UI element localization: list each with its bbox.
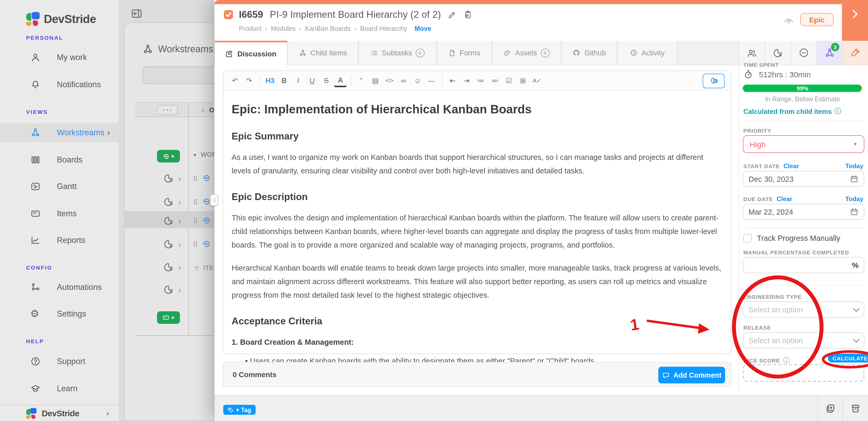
panel-resize-handle[interactable] bbox=[210, 194, 218, 206]
sidebar-item-my-work[interactable]: My work bbox=[0, 48, 118, 67]
caret-down-icon[interactable]: ▾ bbox=[193, 152, 196, 158]
inline-code-button[interactable]: </> bbox=[383, 74, 396, 87]
progress-cell[interactable]: › bbox=[163, 196, 181, 207]
drag-handle-icon[interactable] bbox=[191, 198, 199, 205]
side-panel-toggle[interactable] bbox=[842, 0, 868, 42]
underline-button[interactable]: U bbox=[306, 74, 319, 87]
bold-button[interactable]: B bbox=[278, 74, 290, 87]
duplicate-item-button[interactable] bbox=[817, 396, 842, 421]
engineering-type-select[interactable]: Select an option bbox=[743, 301, 864, 317]
sidebar-footer[interactable]: DevStride › bbox=[0, 405, 118, 421]
bullet-list-button[interactable]: ≕ bbox=[488, 74, 501, 87]
sidebar-item-gantt[interactable]: Gantt bbox=[0, 177, 118, 196]
collapse-sidebar-icon[interactable] bbox=[130, 7, 143, 20]
info-icon[interactable]: ⓘ bbox=[783, 356, 790, 365]
workstream-row-selected[interactable]: C bbox=[191, 216, 214, 225]
item-title[interactable]: PI-9 Implement Board Hierarchy (2 of 2) bbox=[270, 9, 441, 20]
chevron-right-icon[interactable]: › bbox=[107, 128, 110, 138]
workstream-row[interactable]: C bbox=[191, 174, 214, 182]
release-select[interactable]: Select an option bbox=[743, 332, 864, 348]
document-body[interactable]: Epic: Implementation of Hierarchical Kan… bbox=[231, 96, 724, 368]
spellcheck-button[interactable]: A✓ bbox=[530, 74, 544, 87]
due-date-clear-link[interactable]: Clear bbox=[777, 195, 793, 203]
redo-button[interactable]: ↷ bbox=[243, 74, 256, 87]
progress-cell[interactable]: › bbox=[163, 239, 181, 250]
blockquote-button[interactable]: ” bbox=[355, 74, 368, 87]
move-link[interactable]: Move bbox=[415, 25, 431, 32]
code-block-button[interactable]: ▤ bbox=[369, 74, 382, 87]
add-tag-button[interactable]: + Tag bbox=[223, 405, 255, 415]
progress-cell[interactable]: › bbox=[163, 284, 181, 295]
hierarchy-tab-active[interactable]: 3 bbox=[816, 41, 842, 65]
breadcrumb-item[interactable]: KanBan Boards bbox=[305, 25, 350, 32]
progress-cell[interactable]: › bbox=[163, 262, 181, 273]
indent-button[interactable]: ⇥ bbox=[460, 74, 473, 87]
collapse-column-icon[interactable]: ‹ bbox=[202, 106, 204, 114]
sidebar-item-automations[interactable]: Automations bbox=[0, 278, 118, 297]
sidebar-item-items[interactable]: Items bbox=[0, 204, 118, 223]
sidebar-item-notifications[interactable]: Notifications bbox=[0, 75, 118, 94]
due-date-today-link[interactable]: Today bbox=[845, 195, 863, 203]
sidebar-item-boards[interactable]: Boards bbox=[0, 150, 118, 169]
calculated-from-child-items-link[interactable]: Calculated from child items ⓘ bbox=[743, 107, 841, 116]
start-date-today-link[interactable]: Today bbox=[845, 163, 863, 170]
due-date-input[interactable]: Mar 22, 2024 bbox=[743, 204, 864, 220]
watch-eye-icon[interactable] bbox=[783, 15, 795, 27]
copy-link-icon[interactable] bbox=[463, 10, 473, 19]
tab-child-items[interactable]: Child Items bbox=[287, 41, 359, 65]
progress-cell[interactable]: › bbox=[163, 215, 181, 226]
sidebar-item-workstreams[interactable]: Workstreams › bbox=[0, 123, 118, 142]
italic-button[interactable]: I bbox=[291, 74, 305, 87]
blockers-tab[interactable] bbox=[791, 41, 816, 65]
heading3-button[interactable]: H3 bbox=[264, 74, 276, 87]
tab-subtasks[interactable]: Subtasks 0 bbox=[359, 41, 437, 65]
track-progress-checkbox[interactable] bbox=[743, 234, 752, 242]
ordered-list-button[interactable]: ≔ bbox=[474, 74, 487, 87]
add-comment-button[interactable]: Add Comment bbox=[658, 367, 725, 384]
outdent-button[interactable]: ⇤ bbox=[446, 74, 459, 87]
add-sprint-button[interactable]: + bbox=[157, 150, 180, 163]
priority-select[interactable]: High ▼ bbox=[743, 135, 864, 153]
workstream-group-row[interactable]: ▾ WOR bbox=[193, 151, 214, 158]
caret-down-outline-icon[interactable]: ▽ bbox=[194, 265, 198, 271]
workstream-row[interactable]: S bbox=[191, 240, 214, 248]
item-type-badge[interactable]: Epic bbox=[800, 13, 834, 26]
text-color-button[interactable]: A bbox=[334, 75, 347, 87]
start-date-input[interactable]: Dec 30, 2023 bbox=[743, 171, 864, 187]
eyedropper-tab[interactable] bbox=[842, 41, 868, 65]
tab-forms[interactable]: Forms bbox=[437, 41, 492, 65]
sidebar-item-support[interactable]: Support bbox=[0, 352, 118, 371]
info-icon[interactable]: ⓘ bbox=[835, 107, 841, 116]
workstreams-search-input[interactable] bbox=[143, 66, 214, 84]
items-section-row[interactable]: ▽ ITEM bbox=[194, 264, 214, 272]
emoji-button[interactable]: ☺ bbox=[411, 74, 424, 87]
manual-percentage-input[interactable]: % bbox=[743, 257, 864, 273]
row-options-button[interactable]: • • • bbox=[157, 105, 178, 115]
tab-activity[interactable]: Activity bbox=[617, 41, 677, 65]
link-button[interactable]: ∞ bbox=[397, 74, 410, 87]
edit-title-icon[interactable] bbox=[448, 10, 457, 19]
sidebar-item-reports[interactable]: Reports bbox=[0, 231, 118, 250]
drag-handle-icon[interactable] bbox=[191, 217, 199, 224]
add-item-button[interactable]: + bbox=[157, 311, 180, 324]
ai-assistant-button[interactable] bbox=[703, 74, 724, 88]
strikethrough-button[interactable]: S bbox=[320, 74, 333, 87]
table-button[interactable]: ⊞ bbox=[517, 74, 529, 87]
progress-cell[interactable]: › bbox=[163, 173, 181, 184]
column-header[interactable]: Onb bbox=[209, 107, 214, 114]
breadcrumb-item[interactable]: Board Hierarchy bbox=[360, 25, 407, 32]
horizontal-rule-button[interactable]: — bbox=[425, 74, 438, 87]
breadcrumb-item[interactable]: Product bbox=[239, 25, 261, 32]
sidebar-item-settings[interactable]: ⚙ Settings bbox=[0, 305, 118, 323]
drag-handle-icon[interactable] bbox=[191, 174, 199, 182]
calendar-icon[interactable] bbox=[850, 174, 859, 183]
calendar-icon[interactable] bbox=[850, 207, 859, 216]
checklist-button[interactable]: ☑ bbox=[502, 74, 516, 87]
rice-score-field[interactable] bbox=[743, 364, 864, 382]
start-date-clear-link[interactable]: Clear bbox=[783, 163, 799, 170]
tab-github[interactable]: Github bbox=[561, 41, 617, 65]
tab-discussion[interactable]: Discussion bbox=[214, 41, 287, 65]
undo-button[interactable]: ↶ bbox=[228, 74, 242, 87]
sidebar-item-learn[interactable]: Learn bbox=[0, 379, 118, 398]
breadcrumb-item[interactable]: Modules bbox=[271, 25, 296, 32]
